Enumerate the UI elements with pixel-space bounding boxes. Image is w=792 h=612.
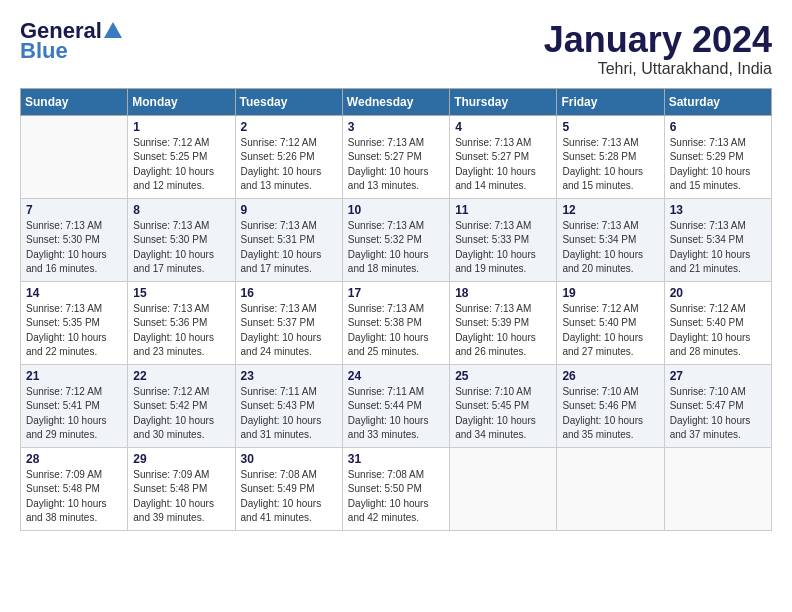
day-info: Sunrise: 7:13 AM Sunset: 5:32 PM Dayligh…: [348, 219, 444, 277]
calendar-title: January 2024: [544, 20, 772, 60]
calendar-week-row: 7Sunrise: 7:13 AM Sunset: 5:30 PM Daylig…: [21, 198, 772, 281]
calendar-cell: 17Sunrise: 7:13 AM Sunset: 5:38 PM Dayli…: [342, 281, 449, 364]
calendar-subtitle: Tehri, Uttarakhand, India: [544, 60, 772, 78]
day-number: 21: [26, 369, 122, 383]
day-info: Sunrise: 7:13 AM Sunset: 5:37 PM Dayligh…: [241, 302, 337, 360]
day-number: 31: [348, 452, 444, 466]
day-info: Sunrise: 7:12 AM Sunset: 5:42 PM Dayligh…: [133, 385, 229, 443]
logo-blue: Blue: [20, 40, 68, 62]
day-info: Sunrise: 7:13 AM Sunset: 5:38 PM Dayligh…: [348, 302, 444, 360]
calendar-cell: 11Sunrise: 7:13 AM Sunset: 5:33 PM Dayli…: [450, 198, 557, 281]
calendar-cell: [557, 447, 664, 530]
calendar-cell: 20Sunrise: 7:12 AM Sunset: 5:40 PM Dayli…: [664, 281, 771, 364]
calendar-cell: [21, 115, 128, 198]
calendar-header-row: SundayMondayTuesdayWednesdayThursdayFrid…: [21, 88, 772, 115]
day-number: 24: [348, 369, 444, 383]
day-number: 18: [455, 286, 551, 300]
calendar-cell: [664, 447, 771, 530]
header-tuesday: Tuesday: [235, 88, 342, 115]
day-number: 27: [670, 369, 766, 383]
calendar-cell: 6Sunrise: 7:13 AM Sunset: 5:29 PM Daylig…: [664, 115, 771, 198]
calendar-cell: [450, 447, 557, 530]
day-number: 9: [241, 203, 337, 217]
calendar-cell: 24Sunrise: 7:11 AM Sunset: 5:44 PM Dayli…: [342, 364, 449, 447]
day-info: Sunrise: 7:13 AM Sunset: 5:34 PM Dayligh…: [670, 219, 766, 277]
day-info: Sunrise: 7:08 AM Sunset: 5:50 PM Dayligh…: [348, 468, 444, 526]
calendar-cell: 30Sunrise: 7:08 AM Sunset: 5:49 PM Dayli…: [235, 447, 342, 530]
calendar-cell: 18Sunrise: 7:13 AM Sunset: 5:39 PM Dayli…: [450, 281, 557, 364]
day-number: 5: [562, 120, 658, 134]
calendar-cell: 7Sunrise: 7:13 AM Sunset: 5:30 PM Daylig…: [21, 198, 128, 281]
day-info: Sunrise: 7:13 AM Sunset: 5:30 PM Dayligh…: [26, 219, 122, 277]
calendar-cell: 15Sunrise: 7:13 AM Sunset: 5:36 PM Dayli…: [128, 281, 235, 364]
calendar-week-row: 28Sunrise: 7:09 AM Sunset: 5:48 PM Dayli…: [21, 447, 772, 530]
day-number: 20: [670, 286, 766, 300]
calendar-cell: 10Sunrise: 7:13 AM Sunset: 5:32 PM Dayli…: [342, 198, 449, 281]
day-info: Sunrise: 7:11 AM Sunset: 5:43 PM Dayligh…: [241, 385, 337, 443]
day-number: 23: [241, 369, 337, 383]
day-number: 19: [562, 286, 658, 300]
header-saturday: Saturday: [664, 88, 771, 115]
calendar-cell: 31Sunrise: 7:08 AM Sunset: 5:50 PM Dayli…: [342, 447, 449, 530]
day-info: Sunrise: 7:13 AM Sunset: 5:39 PM Dayligh…: [455, 302, 551, 360]
header-sunday: Sunday: [21, 88, 128, 115]
day-info: Sunrise: 7:13 AM Sunset: 5:29 PM Dayligh…: [670, 136, 766, 194]
day-number: 8: [133, 203, 229, 217]
day-info: Sunrise: 7:12 AM Sunset: 5:41 PM Dayligh…: [26, 385, 122, 443]
day-number: 12: [562, 203, 658, 217]
day-info: Sunrise: 7:12 AM Sunset: 5:40 PM Dayligh…: [562, 302, 658, 360]
day-number: 10: [348, 203, 444, 217]
calendar-cell: 13Sunrise: 7:13 AM Sunset: 5:34 PM Dayli…: [664, 198, 771, 281]
day-number: 11: [455, 203, 551, 217]
calendar-cell: 1Sunrise: 7:12 AM Sunset: 5:25 PM Daylig…: [128, 115, 235, 198]
calendar-cell: 8Sunrise: 7:13 AM Sunset: 5:30 PM Daylig…: [128, 198, 235, 281]
day-number: 4: [455, 120, 551, 134]
day-number: 30: [241, 452, 337, 466]
day-number: 7: [26, 203, 122, 217]
calendar-cell: 16Sunrise: 7:13 AM Sunset: 5:37 PM Dayli…: [235, 281, 342, 364]
calendar-cell: 29Sunrise: 7:09 AM Sunset: 5:48 PM Dayli…: [128, 447, 235, 530]
day-info: Sunrise: 7:10 AM Sunset: 5:46 PM Dayligh…: [562, 385, 658, 443]
calendar-cell: 26Sunrise: 7:10 AM Sunset: 5:46 PM Dayli…: [557, 364, 664, 447]
calendar-cell: 3Sunrise: 7:13 AM Sunset: 5:27 PM Daylig…: [342, 115, 449, 198]
calendar-cell: 27Sunrise: 7:10 AM Sunset: 5:47 PM Dayli…: [664, 364, 771, 447]
day-info: Sunrise: 7:13 AM Sunset: 5:34 PM Dayligh…: [562, 219, 658, 277]
day-number: 13: [670, 203, 766, 217]
day-info: Sunrise: 7:09 AM Sunset: 5:48 PM Dayligh…: [26, 468, 122, 526]
day-info: Sunrise: 7:08 AM Sunset: 5:49 PM Dayligh…: [241, 468, 337, 526]
calendar-table: SundayMondayTuesdayWednesdayThursdayFrid…: [20, 88, 772, 531]
calendar-cell: 2Sunrise: 7:12 AM Sunset: 5:26 PM Daylig…: [235, 115, 342, 198]
svg-marker-0: [104, 22, 122, 38]
calendar-cell: 25Sunrise: 7:10 AM Sunset: 5:45 PM Dayli…: [450, 364, 557, 447]
day-info: Sunrise: 7:13 AM Sunset: 5:35 PM Dayligh…: [26, 302, 122, 360]
calendar-week-row: 21Sunrise: 7:12 AM Sunset: 5:41 PM Dayli…: [21, 364, 772, 447]
day-info: Sunrise: 7:12 AM Sunset: 5:25 PM Dayligh…: [133, 136, 229, 194]
calendar-week-row: 1Sunrise: 7:12 AM Sunset: 5:25 PM Daylig…: [21, 115, 772, 198]
calendar-cell: 21Sunrise: 7:12 AM Sunset: 5:41 PM Dayli…: [21, 364, 128, 447]
logo-icon: [104, 20, 122, 38]
calendar-cell: 22Sunrise: 7:12 AM Sunset: 5:42 PM Dayli…: [128, 364, 235, 447]
header-friday: Friday: [557, 88, 664, 115]
calendar-cell: 12Sunrise: 7:13 AM Sunset: 5:34 PM Dayli…: [557, 198, 664, 281]
title-block: January 2024 Tehri, Uttarakhand, India: [544, 20, 772, 78]
day-number: 15: [133, 286, 229, 300]
day-info: Sunrise: 7:11 AM Sunset: 5:44 PM Dayligh…: [348, 385, 444, 443]
day-info: Sunrise: 7:13 AM Sunset: 5:30 PM Dayligh…: [133, 219, 229, 277]
calendar-cell: 5Sunrise: 7:13 AM Sunset: 5:28 PM Daylig…: [557, 115, 664, 198]
day-number: 2: [241, 120, 337, 134]
calendar-week-row: 14Sunrise: 7:13 AM Sunset: 5:35 PM Dayli…: [21, 281, 772, 364]
day-number: 6: [670, 120, 766, 134]
day-info: Sunrise: 7:12 AM Sunset: 5:26 PM Dayligh…: [241, 136, 337, 194]
calendar-cell: 9Sunrise: 7:13 AM Sunset: 5:31 PM Daylig…: [235, 198, 342, 281]
day-number: 26: [562, 369, 658, 383]
day-number: 28: [26, 452, 122, 466]
calendar-cell: 23Sunrise: 7:11 AM Sunset: 5:43 PM Dayli…: [235, 364, 342, 447]
day-number: 22: [133, 369, 229, 383]
day-number: 25: [455, 369, 551, 383]
day-info: Sunrise: 7:10 AM Sunset: 5:47 PM Dayligh…: [670, 385, 766, 443]
day-info: Sunrise: 7:13 AM Sunset: 5:33 PM Dayligh…: [455, 219, 551, 277]
day-number: 17: [348, 286, 444, 300]
day-number: 14: [26, 286, 122, 300]
day-info: Sunrise: 7:09 AM Sunset: 5:48 PM Dayligh…: [133, 468, 229, 526]
calendar-cell: 28Sunrise: 7:09 AM Sunset: 5:48 PM Dayli…: [21, 447, 128, 530]
